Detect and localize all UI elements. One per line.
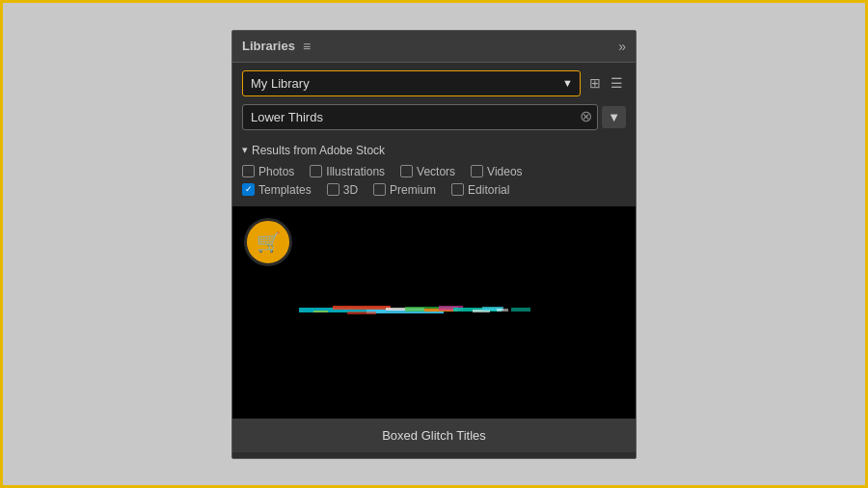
filter-3d[interactable]: 3D bbox=[327, 183, 358, 197]
thumbnail-area: 🛒 Boxed Glitch Titles bbox=[232, 206, 636, 452]
photos-label: Photos bbox=[258, 165, 294, 178]
search-dropdown-icon[interactable]: ▼ bbox=[602, 106, 626, 128]
editorial-label: Editorial bbox=[468, 183, 509, 197]
panel-header-left: Libraries ≡ bbox=[242, 39, 311, 54]
filter-videos[interactable]: Videos bbox=[471, 165, 522, 178]
search-input-wrapper: ⊗ bbox=[242, 104, 598, 130]
search-row: ⊗ ▼ bbox=[232, 104, 636, 138]
filter-illustrations[interactable]: Illustrations bbox=[310, 165, 385, 178]
results-chevron-icon[interactable]: ▾ bbox=[242, 144, 248, 156]
library-select-wrapper: My Library Shared Library Team Library ▼ bbox=[242, 70, 581, 96]
3d-label: 3D bbox=[343, 183, 358, 197]
filter-premium[interactable]: Premium bbox=[373, 183, 436, 197]
cart-button[interactable]: 🛒 bbox=[244, 218, 292, 266]
glitch-graphic bbox=[289, 302, 579, 323]
panel-title: Libraries bbox=[242, 39, 295, 53]
filter-grid: Photos Illustrations Vectors Videos bbox=[242, 165, 626, 197]
premium-checkbox[interactable] bbox=[373, 183, 386, 196]
filter-editorial[interactable]: Editorial bbox=[451, 183, 509, 197]
videos-label: Videos bbox=[487, 165, 522, 178]
vectors-checkbox[interactable] bbox=[400, 165, 413, 177]
panel-header: Libraries ≡ » bbox=[232, 31, 636, 63]
templates-label: Templates bbox=[258, 183, 312, 197]
results-title: Results from Adobe Stock bbox=[252, 144, 385, 157]
thumbnail-caption: Boxed Glitch Titles bbox=[232, 419, 636, 452]
grid-view-icon[interactable]: ⊞ bbox=[586, 73, 604, 93]
search-clear-icon[interactable]: ⊗ bbox=[580, 109, 592, 124]
illustrations-label: Illustrations bbox=[326, 165, 385, 178]
results-header: ▾ Results from Adobe Stock bbox=[242, 144, 626, 157]
svg-rect-11 bbox=[313, 311, 328, 312]
editorial-checkbox[interactable] bbox=[451, 183, 464, 196]
vectors-label: Vectors bbox=[417, 165, 455, 178]
results-section: ▾ Results from Adobe Stock Photos Illust… bbox=[232, 138, 636, 458]
svg-rect-12 bbox=[497, 309, 508, 312]
filter-templates[interactable]: Templates bbox=[242, 183, 312, 197]
panel-expand-icon[interactable]: » bbox=[618, 39, 626, 54]
svg-rect-9 bbox=[347, 312, 376, 314]
templates-checkbox[interactable] bbox=[242, 183, 255, 196]
filter-row-2: Templates 3D Premium Editorial bbox=[242, 183, 626, 197]
3d-checkbox[interactable] bbox=[327, 183, 339, 196]
search-input[interactable] bbox=[242, 104, 598, 130]
library-select[interactable]: My Library Shared Library Team Library bbox=[242, 70, 581, 96]
videos-checkbox[interactable] bbox=[471, 165, 483, 177]
panel-menu-icon[interactable]: ≡ bbox=[303, 39, 311, 54]
filter-vectors[interactable]: Vectors bbox=[400, 165, 455, 178]
list-view-icon[interactable]: ☰ bbox=[608, 73, 626, 93]
thumbnail-image[interactable]: 🛒 bbox=[232, 206, 636, 419]
libraries-panel: Libraries ≡ » My Library Shared Library … bbox=[231, 30, 637, 459]
library-dropdown-row: My Library Shared Library Team Library ▼… bbox=[232, 63, 636, 104]
photos-checkbox[interactable] bbox=[242, 165, 255, 177]
premium-label: Premium bbox=[390, 183, 436, 197]
filter-photos[interactable]: Photos bbox=[242, 165, 294, 178]
cart-icon: 🛒 bbox=[257, 230, 281, 254]
svg-rect-13 bbox=[511, 308, 530, 312]
view-icons: ⊞ ☰ bbox=[586, 73, 626, 93]
svg-rect-1 bbox=[333, 306, 391, 310]
illustrations-checkbox[interactable] bbox=[310, 165, 322, 177]
filter-row-1: Photos Illustrations Vectors Videos bbox=[242, 165, 626, 178]
